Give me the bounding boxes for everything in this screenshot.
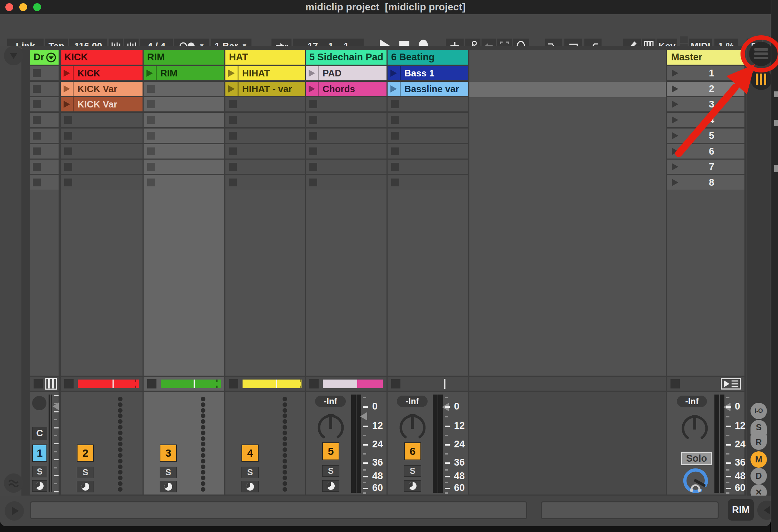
empty-clip-slot[interactable] — [30, 175, 59, 190]
track-stop-all-button[interactable] — [147, 379, 156, 388]
clip-stop-button[interactable] — [391, 147, 399, 155]
clip-stop-button[interactable] — [229, 116, 237, 124]
empty-clip-slot[interactable] — [144, 144, 224, 159]
empty-clip-slot[interactable] — [144, 97, 224, 111]
track-stop-all-button[interactable] — [391, 379, 400, 388]
clip-stop-button[interactable] — [229, 132, 237, 140]
scene-slot-1[interactable]: 1 — [667, 66, 744, 80]
clip-stop-button[interactable] — [229, 100, 237, 108]
empty-clip-slot[interactable] — [306, 97, 386, 111]
clip-launch-icon[interactable] — [308, 85, 316, 93]
clip-stop-button[interactable] — [33, 147, 41, 155]
empty-clip-slot[interactable] — [144, 129, 224, 143]
track-header-rim[interactable]: RIM — [144, 50, 224, 65]
clip-stop-button[interactable] — [64, 163, 72, 171]
clip-stop-button[interactable] — [229, 147, 237, 155]
scene-slot-4[interactable]: 4 — [667, 113, 744, 127]
clip-stop-button[interactable] — [33, 85, 41, 93]
empty-clip-slot[interactable] — [144, 113, 224, 127]
clip-stop-button[interactable] — [64, 116, 72, 124]
empty-clip-slot[interactable] — [388, 129, 468, 143]
stop-all-clips-button[interactable] — [670, 379, 680, 388]
clip-launch-icon[interactable] — [308, 69, 316, 77]
solo-button[interactable]: S — [404, 465, 421, 477]
clip-launch-icon[interactable] — [228, 85, 235, 93]
volume-fader-track[interactable] — [51, 395, 52, 492]
empty-clip-slot[interactable] — [306, 113, 386, 127]
empty-clip-slot[interactable] — [30, 97, 59, 111]
clip-stop-button[interactable] — [309, 100, 317, 108]
empty-clip-slot[interactable] — [30, 144, 59, 159]
track-activator-button[interactable]: 6 — [404, 442, 421, 460]
clip-slot[interactable]: KICK Var — [61, 82, 143, 96]
track-stop-all-button[interactable] — [64, 379, 74, 388]
clip-stop-button[interactable] — [147, 163, 155, 171]
solo-button[interactable]: S — [160, 467, 177, 478]
arm-pie-button[interactable] — [160, 481, 177, 492]
clip-stop-button[interactable] — [147, 132, 155, 140]
clip-stop-button[interactable] — [309, 116, 317, 124]
clip-slot[interactable]: HIHAT — [225, 66, 305, 80]
io-routing-toggle-button[interactable] — [750, 69, 771, 90]
track-header-dr[interactable]: Dr — [30, 50, 59, 65]
empty-clip-slot[interactable] — [225, 97, 305, 111]
clip-launch-icon[interactable] — [63, 100, 71, 109]
clip-stop-button[interactable] — [229, 179, 237, 186]
clip-stop-button[interactable] — [391, 179, 399, 186]
arm-pie-button[interactable] — [404, 480, 421, 492]
empty-clip-slot[interactable] — [144, 160, 224, 174]
peak-level-display[interactable]: -Inf — [397, 396, 428, 407]
empty-clip-slot[interactable] — [144, 82, 224, 96]
mixer-show-d-toggle[interactable]: D — [750, 468, 767, 484]
scene-slot-8[interactable]: 8 — [667, 175, 744, 190]
clip-stop-button[interactable] — [309, 179, 317, 186]
empty-clip-slot[interactable] — [388, 97, 468, 111]
clip-stop-button[interactable] — [229, 163, 237, 171]
empty-clip-slot[interactable] — [61, 129, 143, 143]
peak-level-display[interactable]: -Inf — [315, 396, 346, 407]
selected-track-badge[interactable]: RIM — [728, 499, 754, 521]
play-hint-button[interactable] — [5, 501, 24, 521]
clip-stop-button[interactable] — [33, 100, 41, 108]
empty-clip-slot[interactable] — [306, 175, 386, 190]
clip-stop-button[interactable] — [391, 132, 399, 140]
peak-level-display[interactable]: -Inf — [677, 396, 707, 407]
mixer-show-s-toggle[interactable]: S — [750, 420, 767, 435]
scene-launch-icon[interactable] — [671, 100, 679, 109]
empty-clip-slot[interactable] — [225, 113, 305, 127]
clip-overview-toggle-button[interactable] — [749, 42, 771, 66]
track-header-hat[interactable]: HAT — [225, 50, 305, 65]
empty-clip-slot[interactable] — [61, 113, 143, 127]
io-show-toggle-button[interactable] — [4, 46, 23, 65]
empty-clip-slot[interactable] — [306, 129, 386, 143]
empty-clip-slot[interactable] — [61, 175, 143, 190]
clip-slot[interactable]: RIM — [144, 66, 224, 80]
clip-slot[interactable]: PAD — [306, 66, 386, 80]
track-stop-all-button[interactable] — [34, 379, 43, 388]
clip-stop-button[interactable] — [309, 132, 317, 140]
track-header-6-beating[interactable]: 6 Beating — [388, 50, 468, 65]
scene-slot-6[interactable]: 6 — [667, 144, 744, 159]
empty-clip-slot[interactable] — [30, 129, 59, 143]
scene-launch-icon[interactable] — [671, 147, 679, 156]
track-activator-button[interactable]: 5 — [322, 442, 339, 460]
solo-button[interactable]: S — [241, 467, 259, 478]
solo-cue-toggle-button[interactable]: Solo — [681, 452, 712, 465]
empty-clip-slot[interactable] — [30, 82, 59, 96]
solo-button[interactable]: S — [32, 466, 47, 477]
crossfade-assign-button[interactable]: C — [32, 427, 47, 440]
track-stop-all-button[interactable] — [309, 379, 319, 388]
empty-clip-slot[interactable] — [388, 144, 468, 159]
empty-clip-slot[interactable] — [388, 175, 468, 190]
clip-slot[interactable]: Chords — [306, 82, 386, 96]
clip-stop-button[interactable] — [33, 116, 41, 124]
solo-button[interactable]: S — [322, 465, 339, 477]
scene-launch-icon[interactable] — [671, 69, 679, 77]
scene-launch-icon[interactable] — [671, 85, 679, 93]
default-scene-launch-button[interactable] — [721, 378, 741, 390]
clip-stop-button[interactable] — [147, 85, 155, 93]
clip-slot[interactable]: KICK — [61, 66, 143, 80]
scene-launch-icon[interactable] — [671, 116, 679, 124]
clip-stop-button[interactable] — [33, 69, 41, 77]
track-header-kick[interactable]: KICK — [61, 50, 143, 65]
